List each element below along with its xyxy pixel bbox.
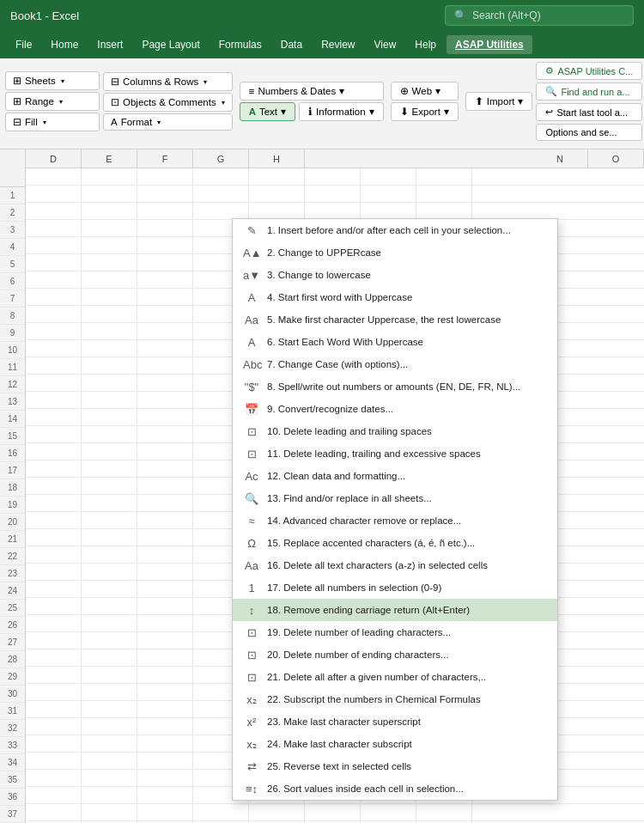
dropdown-item-5[interactable]: Aa5. Make first character Uppercase, the… — [233, 308, 557, 331]
grid-cell[interactable] — [137, 271, 193, 289]
dropdown-item-20[interactable]: ⊡20. Delete number of ending characters.… — [233, 643, 557, 666]
dropdown-item-18[interactable]: ↕18. Remove ending carriage return (Alt+… — [233, 599, 557, 621]
grid-cell[interactable] — [82, 289, 137, 306]
menu-insert[interactable]: Insert — [88, 35, 131, 54]
grid-cell[interactable] — [137, 735, 193, 753]
grid-cell[interactable] — [82, 753, 137, 770]
dropdown-item-15[interactable]: Ω15. Replace accented characters (á, é, … — [233, 532, 557, 554]
dropdown-item-19[interactable]: ⊡19. Delete number of leading characters… — [233, 621, 557, 643]
dropdown-item-1[interactable]: ✎1. Insert before and/or after each cell… — [233, 219, 557, 241]
grid-cell[interactable] — [26, 667, 82, 684]
dropdown-item-6[interactable]: A6. Start Each Word With Uppercase — [233, 331, 557, 353]
table-row[interactable] — [26, 804, 644, 821]
grid-cell[interactable] — [82, 615, 137, 632]
grid-cell[interactable] — [137, 546, 193, 564]
grid-cell[interactable] — [137, 289, 193, 306]
grid-cell[interactable] — [26, 718, 82, 735]
grid-cell[interactable] — [137, 753, 193, 770]
grid-cell[interactable] — [137, 581, 193, 598]
dropdown-item-3[interactable]: a▼3. Change to lowercase — [233, 264, 557, 286]
grid-cell[interactable] — [137, 426, 193, 443]
grid-cell[interactable] — [82, 649, 137, 667]
grid-cell[interactable] — [416, 186, 472, 203]
grid-cell[interactable] — [26, 649, 82, 667]
grid-cell[interactable] — [82, 254, 137, 271]
grid-cell[interactable] — [137, 718, 193, 735]
range-button[interactable]: ⊞ Range ▾ — [5, 92, 100, 111]
grid-cell[interactable] — [26, 581, 82, 598]
menu-file[interactable]: File — [7, 35, 40, 54]
dropdown-item-22[interactable]: x₂22. Subscript the numbers in Chemical … — [233, 688, 557, 710]
grid-cell[interactable] — [82, 529, 137, 546]
grid-cell[interactable] — [26, 787, 82, 804]
grid-cell[interactable] — [82, 186, 137, 203]
grid-cell[interactable] — [26, 478, 82, 495]
dropdown-item-9[interactable]: 📅9. Convert/recognize dates... — [233, 398, 557, 420]
grid-cell[interactable] — [82, 564, 137, 581]
grid-cell[interactable] — [26, 495, 82, 512]
grid-cell[interactable] — [137, 804, 193, 821]
grid-cell[interactable] — [137, 649, 193, 667]
grid-cell[interactable] — [82, 443, 137, 460]
find-run-button[interactable]: 🔍 Find and run a... — [536, 82, 642, 101]
web-button[interactable]: ⊕ Web ▾ — [391, 82, 459, 101]
grid-cell[interactable] — [26, 375, 82, 392]
grid-cell[interactable] — [26, 701, 82, 718]
numbers-dates-button[interactable]: ≡ Numbers & Dates ▾ — [240, 82, 384, 101]
grid-cell[interactable] — [82, 495, 137, 512]
grid-cell[interactable] — [193, 186, 249, 203]
grid-cell[interactable] — [26, 271, 82, 289]
dropdown-item-14[interactable]: ≈14. Advanced character remove or replac… — [233, 509, 557, 532]
grid-cell[interactable] — [26, 735, 82, 753]
menu-home[interactable]: Home — [42, 35, 87, 54]
dropdown-item-11[interactable]: ⊡11. Delete leading, trailing and excess… — [233, 442, 557, 465]
dropdown-item-10[interactable]: ⊡10. Delete leading and trailing spaces — [233, 420, 557, 442]
grid-cell[interactable] — [26, 203, 82, 220]
grid-cell[interactable] — [82, 581, 137, 598]
grid-cell[interactable] — [137, 495, 193, 512]
grid-cell[interactable] — [26, 770, 82, 787]
grid-cell[interactable] — [137, 598, 193, 615]
grid-cell[interactable] — [26, 220, 82, 237]
grid-cell[interactable] — [82, 409, 137, 426]
grid-cell[interactable] — [416, 203, 472, 220]
grid-cell[interactable] — [249, 186, 305, 203]
grid-cell[interactable] — [82, 203, 137, 220]
grid-cell[interactable] — [82, 787, 137, 804]
grid-cell[interactable] — [193, 168, 249, 186]
grid-cell[interactable] — [137, 512, 193, 529]
grid-cell[interactable] — [249, 804, 305, 821]
grid-cell[interactable] — [82, 512, 137, 529]
grid-cell[interactable] — [137, 443, 193, 460]
dropdown-item-26[interactable]: ≡↕26. Sort values inside each cell in se… — [233, 777, 557, 800]
objects-comments-button[interactable]: ⊡ Objects & Comments ▾ — [103, 93, 233, 112]
grid-cell[interactable] — [26, 186, 82, 203]
menu-review[interactable]: Review — [313, 35, 363, 54]
grid-cell[interactable] — [26, 443, 82, 460]
menu-asap-utilities[interactable]: ASAP Utilities — [447, 35, 532, 54]
grid-cell[interactable] — [82, 598, 137, 615]
grid-cell[interactable] — [361, 804, 416, 821]
grid-cell[interactable] — [26, 392, 82, 409]
grid-cell[interactable] — [137, 409, 193, 426]
asap-utilities-button[interactable]: ⚙ ASAP Utilities C... — [536, 62, 642, 80]
grid-cell[interactable] — [82, 323, 137, 340]
grid-cell[interactable] — [26, 426, 82, 443]
grid-cell[interactable] — [26, 168, 82, 186]
grid-cell[interactable] — [137, 392, 193, 409]
grid-cell[interactable] — [82, 478, 137, 495]
grid-cell[interactable] — [137, 203, 193, 220]
grid-cell[interactable] — [26, 306, 82, 323]
dropdown-item-13[interactable]: 🔍13. Find and/or replace in all sheets..… — [233, 487, 557, 509]
grid-cell[interactable] — [82, 546, 137, 564]
search-box[interactable]: 🔍 Search (Alt+Q) — [445, 5, 634, 26]
grid-cell[interactable] — [137, 357, 193, 375]
grid-cell[interactable] — [137, 375, 193, 392]
grid-cell[interactable] — [82, 168, 137, 186]
grid-cell[interactable] — [26, 598, 82, 615]
grid-cell[interactable] — [137, 701, 193, 718]
grid-cell[interactable] — [137, 667, 193, 684]
text-button[interactable]: A Text ▾ — [240, 102, 295, 121]
grid-cell[interactable] — [26, 615, 82, 632]
dropdown-item-17[interactable]: 117. Delete all numbers in selection (0-… — [233, 576, 557, 599]
